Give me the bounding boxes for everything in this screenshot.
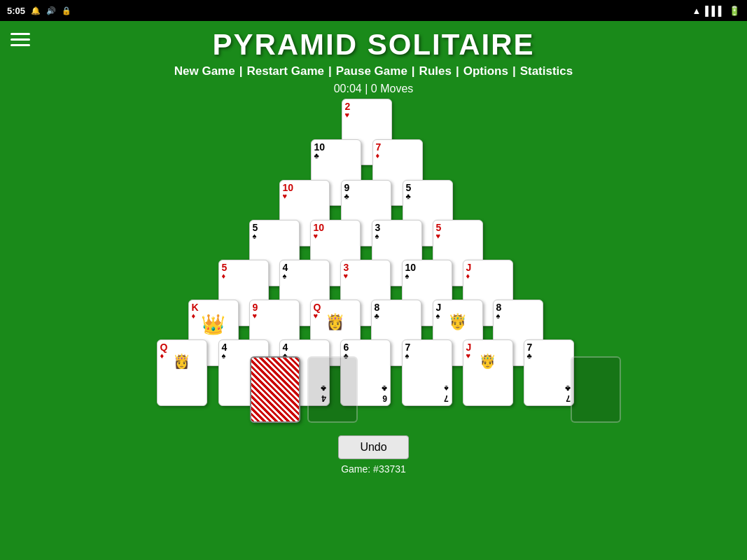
nav-menu: New Game | Restart Game | Pause Game | R… xyxy=(174,64,573,78)
wifi-icon: ▲ xyxy=(692,6,701,16)
restart-game-link[interactable]: Restart Game xyxy=(246,64,324,78)
vpn-icon: 🔒 xyxy=(62,6,71,15)
battery-icon: 🔋 xyxy=(729,6,740,16)
timer-display: 00:04 | 0 Moves xyxy=(334,83,414,95)
pause-game-link[interactable]: Pause Game xyxy=(336,64,407,78)
statistics-link[interactable]: Statistics xyxy=(520,64,573,78)
game-title: PYRAMID SOLITAIRE xyxy=(212,28,534,62)
bottom-area xyxy=(0,356,747,423)
sep-5: | xyxy=(512,64,516,78)
notification-icon: 🔔 xyxy=(31,6,41,15)
rules-link[interactable]: Rules xyxy=(419,64,452,78)
pyramid-area: 2 ♥ 2♥ 10 ♣ 10♣ 7 ♦ 7♦ 10 ♥ 10♥ 9 ♣ 9♣ 5… xyxy=(136,99,612,351)
time-display: 5:05 xyxy=(7,6,25,16)
game-number: Game: #33731 xyxy=(341,463,406,475)
hamburger-menu[interactable] xyxy=(11,29,30,50)
undo-button[interactable]: Undo xyxy=(338,435,408,459)
sep-3: | xyxy=(412,64,415,78)
game-container: PYRAMID SOLITAIRE New Game | Restart Gam… xyxy=(0,21,747,560)
status-bar: 5:05 🔔 🔊 🔒 ▲ ▌▌▌ 🔋 xyxy=(0,0,747,21)
new-game-link[interactable]: New Game xyxy=(174,64,235,78)
sep-2: | xyxy=(328,64,332,78)
game-number-value: #33731 xyxy=(373,463,406,475)
deck-pile[interactable] xyxy=(250,356,300,423)
game-label: Game: xyxy=(341,463,370,475)
options-link[interactable]: Options xyxy=(463,64,508,78)
deck-draw-slot xyxy=(307,356,358,423)
sep-4: | xyxy=(456,64,459,78)
deck-area xyxy=(250,356,358,423)
signal-icon: ▌▌▌ xyxy=(705,6,725,16)
sep-1: | xyxy=(239,64,243,78)
waste-area xyxy=(571,356,621,423)
audio-icon: 🔊 xyxy=(46,6,56,15)
waste-pile xyxy=(571,356,621,423)
